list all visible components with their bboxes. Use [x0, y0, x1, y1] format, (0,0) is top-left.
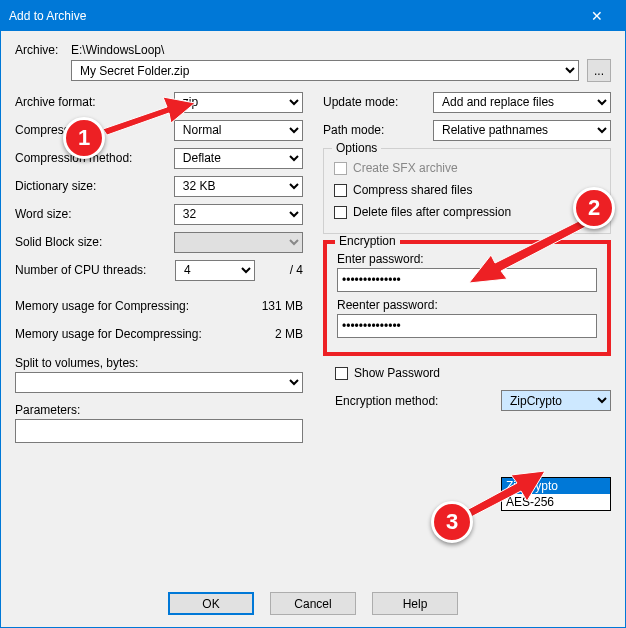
- annotation-badge-2: 2: [573, 187, 615, 229]
- archive-label: Archive:: [15, 43, 71, 57]
- split-volumes-label: Split to volumes, bytes:: [15, 356, 303, 370]
- show-password-row[interactable]: Show Password: [335, 362, 611, 384]
- cancel-button[interactable]: Cancel: [270, 592, 356, 615]
- options-title: Options: [332, 141, 381, 155]
- update-mode-label: Update mode:: [323, 95, 433, 109]
- encryption-method-select[interactable]: ZipCrypto: [501, 390, 611, 411]
- word-size-select[interactable]: 32: [174, 204, 303, 225]
- annotation-arrow-2: [461, 219, 601, 289]
- mem-decompress-value: 2 MB: [275, 327, 303, 341]
- solid-block-label: Solid Block size:: [15, 235, 174, 249]
- reenter-password-label: Reenter password:: [337, 298, 597, 312]
- sfx-label: Create SFX archive: [353, 161, 458, 175]
- annotation-badge-3: 3: [431, 501, 473, 543]
- update-mode-select[interactable]: Add and replace files: [433, 92, 611, 113]
- close-icon[interactable]: ✕: [577, 1, 617, 31]
- parameters-input[interactable]: [15, 419, 303, 443]
- mem-compress-label: Memory usage for Compressing:: [15, 299, 262, 313]
- archive-path: E:\WindowsLoop\: [71, 43, 164, 57]
- parameters-label: Parameters:: [15, 403, 303, 417]
- delete-checkbox[interactable]: [334, 206, 347, 219]
- split-volumes-select[interactable]: [15, 372, 303, 393]
- show-password-checkbox[interactable]: [335, 367, 348, 380]
- shared-label: Compress shared files: [353, 183, 472, 197]
- sfx-checkbox-row: Create SFX archive: [334, 157, 600, 179]
- encryption-title: Encryption: [335, 234, 400, 248]
- archive-filename-select[interactable]: My Secret Folder.zip: [71, 60, 579, 81]
- word-size-label: Word size:: [15, 207, 174, 221]
- path-mode-label: Path mode:: [323, 123, 433, 137]
- ok-button[interactable]: OK: [168, 592, 254, 615]
- dictionary-size-label: Dictionary size:: [15, 179, 174, 193]
- show-password-label: Show Password: [354, 366, 440, 380]
- left-column: Archive format: zip Compressi Normal Com…: [15, 88, 303, 443]
- sfx-checkbox: [334, 162, 347, 175]
- delete-label: Delete files after compression: [353, 205, 511, 219]
- cpu-threads-label: Number of CPU threads:: [15, 263, 175, 277]
- shared-checkbox[interactable]: [334, 184, 347, 197]
- window: Add to Archive ✕ Archive: E:\WindowsLoop…: [0, 0, 626, 628]
- annotation-arrow-1: [97, 95, 197, 135]
- mem-compress-value: 131 MB: [262, 299, 303, 313]
- annotation-badge-1: 1: [63, 117, 105, 159]
- cpu-total: / 4: [255, 263, 303, 277]
- titlebar: Add to Archive ✕: [1, 1, 625, 31]
- reenter-password-input[interactable]: [337, 314, 597, 338]
- annotation-arrow-3: [457, 465, 547, 515]
- solid-block-select: [174, 232, 303, 253]
- compression-method-select[interactable]: Deflate: [174, 148, 303, 169]
- browse-button[interactable]: ...: [587, 59, 611, 82]
- path-mode-select[interactable]: Relative pathnames: [433, 120, 611, 141]
- encryption-method-label: Encryption method:: [335, 394, 438, 408]
- cpu-threads-select[interactable]: 4: [175, 260, 255, 281]
- button-bar: OK Cancel Help: [1, 592, 625, 615]
- mem-decompress-label: Memory usage for Decompressing:: [15, 327, 275, 341]
- shared-checkbox-row[interactable]: Compress shared files: [334, 179, 600, 201]
- help-button[interactable]: Help: [372, 592, 458, 615]
- window-title: Add to Archive: [9, 9, 577, 23]
- dictionary-size-select[interactable]: 32 KB: [174, 176, 303, 197]
